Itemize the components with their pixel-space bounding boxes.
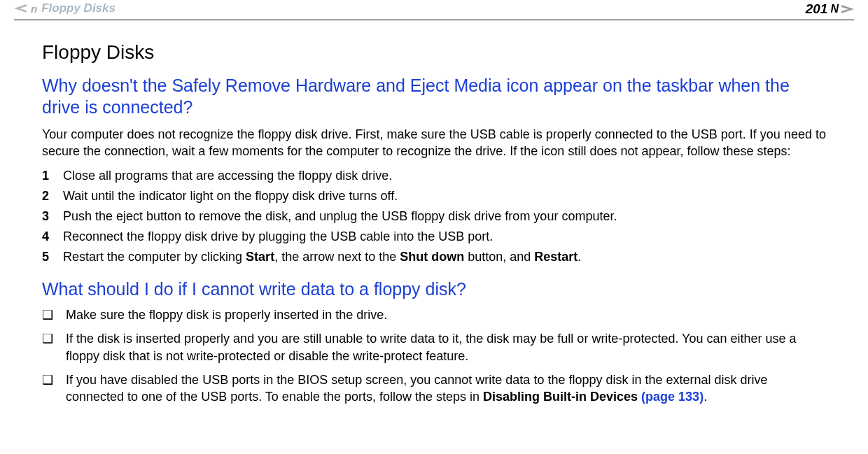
page-link[interactable]: (page 133) — [641, 390, 704, 404]
bullet-list: ❑ Make sure the floppy disk is properly … — [42, 306, 826, 405]
bullet-text: If you have disabled the USB ports in th… — [66, 371, 826, 406]
header-left: n Floppy Disks — [14, 1, 115, 15]
step-number: 1 — [42, 166, 63, 185]
page-header: n Floppy Disks 201 N — [0, 0, 868, 17]
text-fragment: , the arrow next to the — [274, 250, 400, 264]
bullet-row: ❑ Make sure the floppy disk is properly … — [42, 306, 826, 323]
step-text: Push the eject button to remove the disk… — [63, 207, 826, 226]
step-number: 5 — [42, 248, 63, 267]
bullet-icon: ❑ — [42, 371, 66, 388]
step-row: 3 Push the eject button to remove the di… — [42, 207, 826, 226]
step-row: 1 Close all programs that are accessing … — [42, 166, 826, 185]
step-row: 4 Reconnect the floppy disk drive by plu… — [42, 227, 826, 246]
step-number: 3 — [42, 207, 63, 226]
step-row: 5 Restart the computer by clicking Start… — [42, 248, 826, 267]
step-row: 2 Wait until the indicator light on the … — [42, 187, 826, 206]
bold-text: Start — [246, 250, 274, 264]
step-text: Wait until the indicator light on the fl… — [63, 187, 826, 206]
bullet-text: Make sure the floppy disk is properly in… — [66, 306, 826, 323]
text-fragment: . — [578, 250, 581, 264]
step-number: 4 — [42, 227, 63, 246]
question-2: What should I do if I cannot write data … — [42, 279, 826, 299]
bullet-text: If the disk is inserted properly and you… — [66, 330, 826, 364]
n-letter-right: N — [830, 3, 839, 15]
step-text: Restart the computer by clicking Start, … — [63, 248, 826, 267]
question-1: Why doesn't the Safely Remove Hardware a… — [42, 75, 826, 119]
bullet-icon: ❑ — [42, 306, 66, 323]
intro-paragraph: Your computer does not recognize the flo… — [42, 126, 826, 160]
bullet-row: ❑ If you have disabled the USB ports in … — [42, 371, 826, 406]
arrow-right-icon[interactable] — [841, 5, 854, 13]
text-fragment: . — [704, 390, 707, 404]
bold-text: Shut down — [400, 250, 464, 264]
content: Floppy Disks Why doesn't the Safely Remo… — [0, 20, 868, 406]
step-text: Reconnect the floppy disk drive by plugg… — [63, 227, 826, 246]
bold-text: Restart — [534, 250, 578, 264]
step-text: Close all programs that are accessing th… — [63, 166, 826, 185]
svg-marker-0 — [14, 4, 27, 13]
svg-marker-1 — [841, 5, 854, 13]
header-right: 201 N — [806, 1, 854, 17]
step-number: 2 — [42, 187, 63, 206]
page-number: 201 — [806, 1, 828, 17]
bold-text: Disabling Built-in Devices — [483, 390, 641, 404]
text-fragment: button, and — [464, 250, 534, 264]
section-title: Floppy Disks — [42, 41, 826, 64]
n-letter-left: n — [31, 3, 37, 15]
step-list: 1 Close all programs that are accessing … — [42, 166, 826, 267]
breadcrumb-current: Floppy Disks — [41, 1, 115, 15]
bullet-icon: ❑ — [42, 330, 66, 347]
bullet-row: ❑ If the disk is inserted properly and y… — [42, 330, 826, 364]
text-fragment: Restart the computer by clicking — [63, 250, 246, 264]
arrow-left-icon[interactable] — [14, 4, 27, 13]
